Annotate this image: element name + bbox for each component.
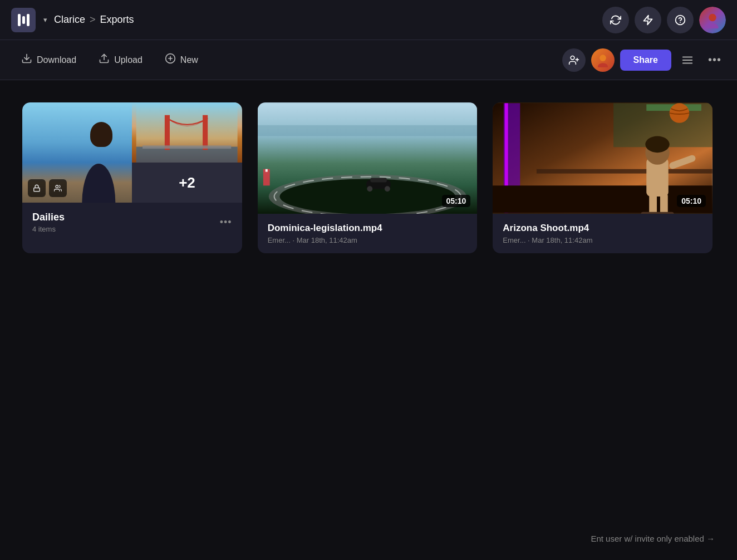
- svg-point-50: [670, 103, 690, 123]
- download-button[interactable]: Download: [11, 48, 86, 71]
- folder-thumb-icons: [28, 179, 67, 197]
- breadcrumb-root: Clarice: [54, 14, 85, 26]
- share-button[interactable]: Share: [620, 50, 671, 71]
- video-info-2: Arizona Shoot.mp4 Emer... · Mar 18th, 11…: [493, 214, 713, 253]
- video-meta-1: Emer... · Mar 18th, 11:42am: [268, 236, 468, 244]
- svg-rect-21: [136, 147, 238, 163]
- bridge-image: [132, 102, 242, 163]
- folder-text: Dailies 4 items: [32, 212, 65, 233]
- svg-point-10: [571, 56, 574, 60]
- folder-thumb-count: +2: [132, 163, 242, 203]
- folder-thumbnail: +2: [22, 102, 242, 203]
- list-view-icon: [681, 54, 694, 66]
- svg-point-31: [367, 186, 372, 191]
- new-icon: [165, 53, 176, 67]
- download-icon: [21, 53, 32, 67]
- video-card-arizona[interactable]: 05:10 Arizona Shoot.mp4 Emer... · Mar 18…: [493, 102, 713, 253]
- bridge-svg: [132, 102, 242, 163]
- video-meta-2: Emer... · Mar 18th, 11:42am: [503, 236, 702, 244]
- main-content: +2 Dailies 4 items •••: [0, 80, 737, 560]
- top-nav: ▾ Clarice > Exports: [0, 0, 737, 40]
- folder-meta: 4 items: [32, 225, 65, 233]
- svg-marker-0: [644, 15, 652, 24]
- toolbar: Download Upload New: [0, 40, 737, 80]
- folder-more-button[interactable]: •••: [220, 217, 232, 228]
- help-icon: [675, 14, 686, 26]
- list-view-button[interactable]: [677, 50, 698, 71]
- lock-icon: [33, 184, 41, 192]
- video-name-1: Dominica-legislation.mp4: [268, 223, 468, 234]
- workspace-dropdown[interactable]: ▾: [43, 16, 47, 24]
- breadcrumb-current: Exports: [100, 14, 134, 26]
- download-label: Download: [37, 55, 76, 65]
- refresh-button[interactable]: [602, 7, 629, 33]
- logo-bar-3: [27, 14, 30, 26]
- activity-button[interactable]: [635, 7, 661, 33]
- svg-rect-33: [258, 125, 478, 136]
- lock-badge: [28, 179, 46, 197]
- upload-label: Upload: [114, 55, 143, 65]
- new-label: New: [180, 55, 198, 65]
- collaborator-avatar-icon: [596, 53, 610, 67]
- lightning-icon: [642, 14, 654, 26]
- video-name-2: Arizona Shoot.mp4: [503, 223, 702, 234]
- video-thumbnail-racing: 05:10: [258, 102, 478, 214]
- people-icon: [54, 184, 62, 192]
- more-options-icon: •••: [708, 53, 721, 66]
- user-avatar-button[interactable]: [699, 7, 726, 33]
- svg-point-19: [56, 185, 58, 188]
- svg-rect-24: [143, 145, 231, 149]
- video-card-dominica[interactable]: 05:10 Dominica-legislation.mp4 Emer... ·…: [258, 102, 478, 253]
- nav-left: ▾ Clarice > Exports: [11, 8, 134, 32]
- folder-plus-count: +2: [179, 174, 195, 191]
- svg-point-45: [646, 136, 670, 153]
- svg-rect-18: [34, 188, 40, 191]
- video-info-1: Dominica-legislation.mp4 Emer... · Mar 1…: [258, 214, 478, 253]
- footer-text: Ent user w/ invite only enabled →: [591, 534, 715, 543]
- user-avatar: [699, 7, 726, 33]
- breadcrumb: Clarice > Exports: [54, 14, 134, 26]
- svg-rect-49: [641, 212, 674, 214]
- add-person-icon: [568, 55, 579, 66]
- svg-point-14: [597, 63, 607, 67]
- svg-rect-22: [165, 115, 170, 150]
- folder-thumb-right: +2: [132, 102, 242, 203]
- file-grid: +2 Dailies 4 items •••: [22, 102, 713, 253]
- toolbar-right: Share •••: [562, 48, 726, 72]
- folder-card-dailies[interactable]: +2 Dailies 4 items •••: [22, 102, 242, 253]
- svg-rect-35: [265, 169, 267, 172]
- svg-point-32: [385, 186, 390, 191]
- logo-bar-1: [18, 14, 21, 26]
- svg-rect-47: [650, 194, 657, 214]
- folder-thumb-left: [22, 102, 132, 203]
- collaborator-avatar[interactable]: [591, 48, 615, 72]
- logo-bar-2: [22, 16, 25, 24]
- people-badge: [49, 179, 67, 197]
- video-duration-1: 05:10: [442, 195, 471, 207]
- nav-right: [602, 7, 726, 33]
- logo-icon: [18, 14, 30, 26]
- add-person-button[interactable]: [562, 48, 586, 72]
- video-thumbnail-shoot: 05:10: [493, 102, 713, 214]
- avatar-person-icon: [704, 12, 721, 28]
- refresh-icon: [610, 14, 621, 26]
- svg-point-3: [709, 13, 716, 21]
- person-head: [90, 122, 112, 147]
- svg-rect-30: [370, 178, 387, 183]
- logo-button[interactable]: [11, 8, 36, 32]
- new-button[interactable]: New: [155, 48, 208, 71]
- folder-info: Dailies 4 items •••: [22, 203, 242, 242]
- svg-rect-48: [660, 194, 668, 214]
- breadcrumb-separator: >: [90, 14, 96, 26]
- more-options-button[interactable]: •••: [704, 49, 726, 71]
- svg-point-13: [600, 55, 606, 61]
- svg-rect-42: [537, 169, 713, 174]
- upload-icon: [99, 53, 110, 67]
- folder-thumb-bridge: [132, 102, 242, 163]
- svg-point-4: [707, 23, 719, 28]
- toolbar-actions: Download Upload New: [11, 48, 562, 71]
- help-button[interactable]: [667, 7, 694, 33]
- upload-button[interactable]: Upload: [89, 48, 153, 71]
- video-duration-2: 05:10: [677, 195, 706, 207]
- folder-name: Dailies: [32, 212, 65, 223]
